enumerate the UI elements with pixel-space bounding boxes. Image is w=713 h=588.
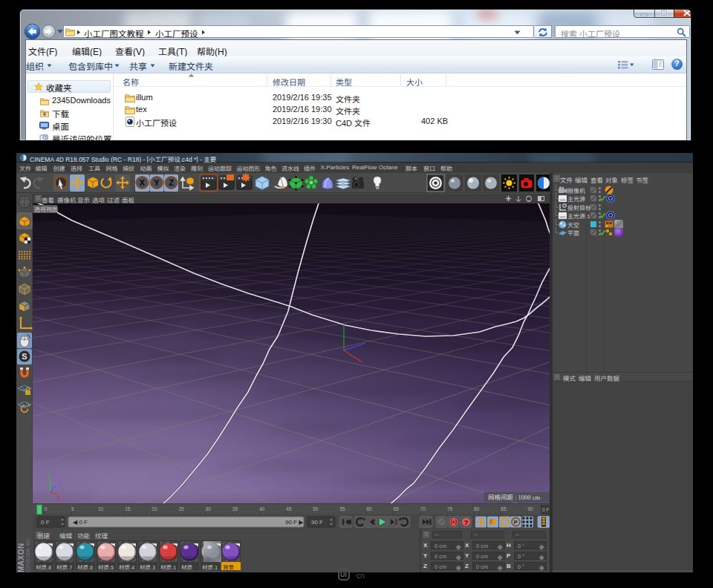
svg-text:40: 40 <box>259 506 265 512</box>
svg-text:透视视图: 透视视图 <box>34 205 58 213</box>
svg-text:55: 55 <box>339 506 345 512</box>
svg-text:45: 45 <box>286 506 292 512</box>
svg-text:50: 50 <box>313 506 319 512</box>
svg-text:5: 5 <box>71 506 74 512</box>
svg-text:30: 30 <box>206 506 212 512</box>
svg-text:?: ? <box>464 519 469 526</box>
svg-text:10: 10 <box>98 506 104 512</box>
svg-text:Z: Z <box>57 481 61 486</box>
svg-text:90 F: 90 F <box>311 519 323 526</box>
svg-text:Y: Y <box>48 473 51 478</box>
svg-text:65: 65 <box>394 506 400 512</box>
svg-text:75: 75 <box>447 506 453 512</box>
svg-text:60: 60 <box>367 506 373 512</box>
svg-text:网格间距 : 1000 cm: 网格间距 : 1000 cm <box>488 492 541 501</box>
svg-text:70: 70 <box>420 506 426 512</box>
svg-text:80: 80 <box>474 506 480 512</box>
svg-text:15: 15 <box>125 506 131 512</box>
svg-text:X: X <box>57 495 61 500</box>
svg-text:35: 35 <box>232 506 238 512</box>
svg-text:X: X <box>140 178 146 187</box>
svg-text:90: 90 <box>527 506 533 512</box>
svg-text:Y: Y <box>154 178 160 187</box>
svg-text:0: 0 <box>45 506 48 512</box>
svg-text:25: 25 <box>178 506 184 512</box>
svg-text:P: P <box>514 519 518 526</box>
svg-text:◀ 0 F: ◀ 0 F <box>73 519 88 526</box>
svg-text:0 F: 0 F <box>542 507 549 512</box>
svg-text:0 F: 0 F <box>41 519 50 526</box>
svg-text:90 F ▶: 90 F ▶ <box>285 519 304 526</box>
svg-text:S: S <box>22 352 27 361</box>
svg-text:20: 20 <box>152 506 157 512</box>
svg-text:85: 85 <box>501 506 507 512</box>
svg-text:Z: Z <box>169 178 174 187</box>
